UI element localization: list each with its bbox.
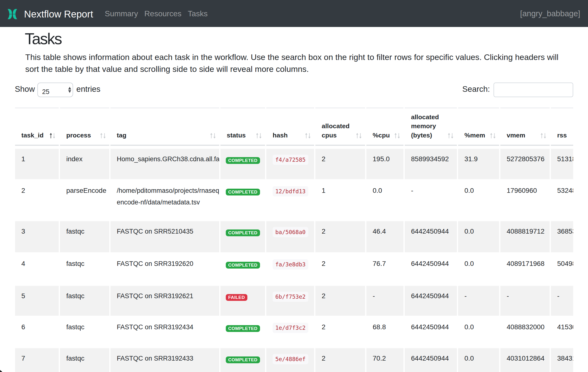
nav-item-tasks: Tasks bbox=[185, 8, 211, 20]
column-label: %cpu bbox=[373, 131, 390, 140]
column-header-pmem[interactable]: %mem bbox=[458, 107, 499, 146]
nav-link-summary[interactable]: Summary bbox=[102, 8, 141, 20]
sort-desc-icon bbox=[544, 133, 546, 139]
navbar-brand[interactable]: Nextflow Report bbox=[8, 8, 93, 20]
sort-desc-icon bbox=[493, 133, 496, 139]
mouse-cursor-icon bbox=[0, 370, 2, 372]
cell-task_id: 2 bbox=[15, 181, 59, 220]
page-length-select[interactable]: 25 bbox=[37, 83, 73, 97]
cell-tag: FASTQC on SRR3192621 bbox=[110, 286, 219, 316]
sort-desc-icon bbox=[103, 133, 106, 139]
cell-vmem: 17960960 bbox=[500, 181, 550, 220]
cell-pcpu: - bbox=[366, 286, 403, 316]
sort-asc-icon bbox=[305, 133, 308, 139]
hash-code: fa/3e8db3 bbox=[273, 259, 308, 269]
column-label: process bbox=[66, 131, 91, 140]
cell-hash: 6b/f753e2 bbox=[266, 286, 314, 316]
nav-item-resources: Resources bbox=[141, 8, 185, 20]
column-header-pcpu[interactable]: %cpu bbox=[366, 107, 403, 146]
table-header-row: task_idprocesstagstatushashallocated cpu… bbox=[15, 107, 573, 146]
nav-link-tasks[interactable]: Tasks bbox=[185, 8, 211, 20]
table-row[interactable]: 1indexHomo_sapiens.GRCh38.cdna.all.fa.gz… bbox=[15, 149, 573, 179]
column-label: status bbox=[227, 131, 246, 140]
cell-allocated_cpus: 2 bbox=[315, 221, 365, 252]
hash-code: 5e/4886ef bbox=[273, 354, 308, 364]
sort-icons bbox=[305, 133, 311, 139]
table-row[interactable]: 4fastqcFASTQC on SRR3192620COMPLETEDfa/3… bbox=[15, 254, 573, 285]
nav-link-resources[interactable]: Resources bbox=[141, 8, 185, 20]
cell-task_id: 5 bbox=[15, 286, 59, 316]
sort-asc-icon bbox=[100, 133, 103, 139]
cell-allocated_memory: 6442450944 bbox=[405, 221, 457, 252]
show-label: Show bbox=[15, 85, 35, 94]
table-row[interactable]: 5fastqcFASTQC on SRR3192621FAILED6b/f753… bbox=[15, 286, 573, 316]
hash-code: 1e/d7f3c2 bbox=[273, 323, 308, 333]
sort-asc-icon bbox=[448, 133, 450, 139]
status-badge: COMPLETED bbox=[226, 356, 260, 363]
search-input[interactable] bbox=[494, 83, 573, 97]
column-header-vmem[interactable]: vmem bbox=[500, 107, 550, 146]
status-badge: COMPLETED bbox=[226, 189, 260, 195]
table-row[interactable]: 3fastqcFASTQC on SRR5210435COMPLETEDba/5… bbox=[15, 221, 573, 252]
cell-hash: fa/3e8db3 bbox=[266, 254, 314, 285]
cell-hash: 12/bdfd13 bbox=[266, 181, 314, 220]
sort-desc-icon bbox=[451, 133, 453, 139]
cell-hash: f4/a72585 bbox=[266, 149, 314, 179]
sort-icons bbox=[100, 133, 106, 139]
sort-asc-icon bbox=[256, 133, 259, 139]
column-label: vmem bbox=[507, 131, 525, 140]
cell-hash: 1e/d7f3c2 bbox=[266, 317, 314, 347]
cell-allocated_memory: 8589934592 bbox=[405, 149, 457, 179]
cell-pmem: 0.0 bbox=[458, 348, 499, 372]
column-header-tag[interactable]: tag bbox=[110, 107, 219, 146]
search-control: Search: bbox=[462, 82, 573, 96]
cell-allocated_memory: 6442450944 bbox=[405, 317, 457, 347]
column-header-allocated_cpus[interactable]: allocated cpus bbox=[315, 107, 365, 146]
cell-vmem: 4088832000 bbox=[500, 317, 550, 347]
cell-task_id: 4 bbox=[15, 254, 59, 285]
cell-pcpu: 70.2 bbox=[366, 348, 403, 372]
cell-pmem: 0.0 bbox=[458, 317, 499, 347]
cell-allocated_memory: 6442450944 bbox=[405, 254, 457, 285]
cell-rss: 368537600 bbox=[551, 221, 573, 252]
cell-process: fastqc bbox=[60, 286, 109, 316]
table-controls: Show 25 entries Search: bbox=[15, 82, 573, 96]
column-header-task_id[interactable]: task_id bbox=[15, 107, 59, 146]
cell-vmem: 5272805376 bbox=[500, 149, 550, 179]
cell-process: fastqc bbox=[60, 254, 109, 285]
sort-desc-icon bbox=[308, 133, 311, 139]
cell-pmem: 31.9 bbox=[458, 149, 499, 179]
column-label: hash bbox=[273, 131, 288, 140]
sort-asc-icon bbox=[210, 133, 213, 139]
sort-icons bbox=[256, 133, 262, 139]
cell-tag: /home/pditommaso/projects/rnaseq- encode… bbox=[110, 181, 219, 220]
cell-hash: ba/5068a0 bbox=[266, 221, 314, 252]
cell-process: fastqc bbox=[60, 221, 109, 252]
cell-allocated_memory: 6442450944 bbox=[405, 348, 457, 372]
table-row[interactable]: 2parseEncode/home/pditommaso/projects/rn… bbox=[15, 181, 573, 220]
cell-process: fastqc bbox=[60, 348, 109, 372]
column-header-allocated_memory[interactable]: allocated memory (bytes) bbox=[405, 107, 457, 146]
cell-task_id: 6 bbox=[15, 317, 59, 347]
sort-icons bbox=[356, 133, 362, 139]
sort-asc-icon bbox=[540, 133, 543, 139]
hash-code: ba/5068a0 bbox=[273, 227, 308, 237]
nav-item-summary: Summary bbox=[102, 8, 141, 20]
column-header-process[interactable]: process bbox=[60, 107, 109, 146]
cell-status: COMPLETED bbox=[220, 317, 265, 347]
tasks-table: task_idprocesstagstatushashallocated cpu… bbox=[15, 107, 573, 372]
cell-pcpu: 76.7 bbox=[366, 254, 403, 285]
column-header-hash[interactable]: hash bbox=[266, 107, 314, 146]
navbar-links: SummaryResourcesTasks bbox=[102, 8, 211, 20]
table-scroll-container[interactable]: task_idprocesstagstatushashallocated cpu… bbox=[15, 107, 573, 372]
cell-process: parseEncode bbox=[60, 181, 109, 220]
cell-tag: FASTQC on SRR3192434 bbox=[110, 317, 219, 347]
table-row[interactable]: 6fastqcFASTQC on SRR3192434COMPLETED1e/d… bbox=[15, 317, 573, 347]
cell-rss: 5324800 bbox=[551, 181, 573, 220]
column-label: allocated cpus bbox=[322, 122, 359, 140]
column-header-status[interactable]: status bbox=[220, 107, 265, 146]
column-header-rss[interactable]: rss bbox=[551, 107, 573, 146]
table-row[interactable]: 7fastqcFASTQC on SRR3192433COMPLETED5e/4… bbox=[15, 348, 573, 372]
sort-desc-icon bbox=[213, 133, 216, 139]
run-name: [angry_babbage] bbox=[520, 8, 580, 20]
